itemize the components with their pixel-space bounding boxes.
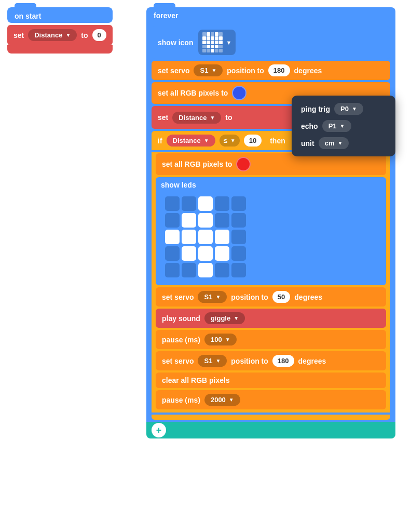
on-start-block: on start set Distance ▼ to 0 — [7, 7, 113, 54]
led-cell[interactable] — [198, 196, 213, 211]
set-servo-3-block: set servo S1 ▼ position to 180 degrees — [156, 351, 386, 370]
unit-row: unit cm ▼ — [301, 137, 386, 149]
red-color-dot[interactable] — [236, 157, 251, 171]
led-cell[interactable] — [215, 246, 229, 261]
clear-rgb-block: clear all RGB pixels — [156, 373, 386, 388]
on-start-label: on start — [15, 12, 41, 20]
pause-1-dropdown[interactable]: 100 ▼ — [204, 334, 237, 345]
blue-color-dot[interactable] — [232, 86, 246, 100]
unit-dropdown[interactable]: cm ▼ — [319, 137, 349, 149]
led-grid[interactable] — [161, 192, 381, 282]
led-cell[interactable] — [198, 213, 213, 228]
unit-label: unit — [301, 139, 314, 148]
add-block-button[interactable]: + — [152, 423, 166, 437]
set-distance-block-wrapper: set Distance ▼ to ping trig P0 ▼ — [152, 106, 390, 129]
led-cell[interactable] — [182, 246, 196, 261]
forever-label: forever — [154, 11, 178, 20]
ping-pin-dropdown[interactable]: P0 ▼ — [334, 103, 363, 115]
led-cell[interactable] — [198, 263, 213, 277]
if-variable[interactable]: Distance ▼ — [167, 135, 215, 147]
led-cell[interactable] — [215, 213, 229, 228]
led-cell[interactable] — [231, 246, 246, 261]
pause-1-block: pause (ms) 100 ▼ — [156, 330, 386, 349]
ping-row: ping trig P0 ▼ — [301, 103, 386, 115]
sound-dropdown[interactable]: giggle ▼ — [204, 312, 245, 324]
echo-row: echo P1 ▼ — [301, 120, 386, 132]
ping-label: ping trig — [301, 105, 330, 113]
led-cell[interactable] — [215, 196, 229, 211]
led-cell[interactable] — [215, 263, 229, 277]
set-rgb-red-block: set all RGB pixels to — [156, 153, 386, 175]
echo-pin-dropdown[interactable]: P1 ▼ — [322, 120, 351, 132]
distance-var[interactable]: Distance ▼ — [28, 29, 77, 41]
led-cell[interactable] — [182, 263, 196, 277]
led-cell[interactable] — [182, 230, 196, 244]
show-leds-block: show leds — [156, 177, 386, 285]
play-sound-block: play sound giggle ▼ — [156, 309, 386, 328]
led-cell[interactable] — [198, 230, 213, 244]
set-servo-2-block: set servo S1 ▼ position to 50 degrees — [156, 287, 386, 307]
pause-2-block: pause (ms) 2000 ▼ — [156, 390, 386, 409]
icon-dropdown[interactable]: ▼ — [198, 30, 236, 55]
led-cell[interactable] — [182, 196, 196, 211]
led-cell[interactable] — [165, 246, 180, 261]
set-label: set — [13, 31, 24, 39]
if-body: set all RGB pixels to show leds set serv… — [152, 152, 390, 413]
led-cell[interactable] — [165, 196, 180, 211]
ping-popup: ping trig P0 ▼ echo P1 ▼ unit — [292, 96, 395, 156]
led-cell[interactable] — [182, 213, 196, 228]
pause-2-dropdown[interactable]: 2000 ▼ — [204, 394, 240, 406]
led-cell[interactable] — [165, 263, 180, 277]
led-cell[interactable] — [231, 230, 246, 244]
led-cell[interactable] — [231, 263, 246, 277]
led-cell[interactable] — [198, 246, 213, 261]
led-cell[interactable] — [231, 196, 246, 211]
then-label: then — [270, 137, 285, 145]
forever-block: forever show icon ▼ set servo — [146, 7, 395, 438]
to-label-start: to — [81, 31, 88, 39]
value-0[interactable]: 0 — [92, 29, 106, 41]
led-cell[interactable] — [165, 230, 180, 244]
set-servo-1-block: set servo S1 ▼ position to 180 degrees — [152, 61, 390, 80]
led-cell[interactable] — [215, 230, 229, 244]
forever-bottom: + — [146, 422, 395, 438]
operator-dropdown[interactable]: ≤ ▼ — [220, 135, 240, 147]
led-cell[interactable] — [231, 213, 246, 228]
echo-label: echo — [301, 122, 318, 130]
if-bottom — [152, 415, 390, 420]
if-value[interactable]: 10 — [244, 135, 262, 147]
led-cell[interactable] — [165, 213, 180, 228]
show-icon-block: show icon ▼ — [152, 26, 390, 59]
